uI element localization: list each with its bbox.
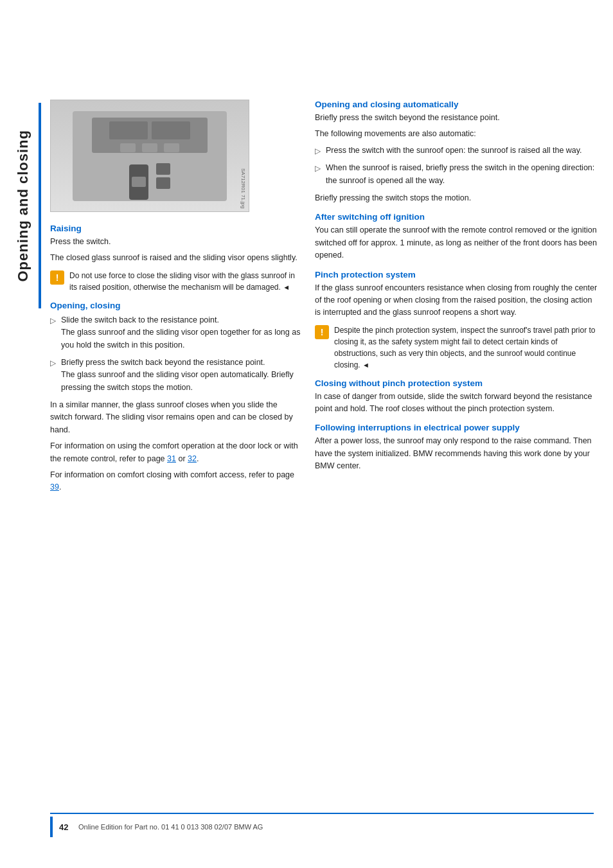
footer-row: 42 Online Edition for Part no. 01 41 0 0… (50, 817, 594, 837)
auto-list: ▷ Press the switch with the sunroof open… (315, 145, 598, 187)
auto-arrow-2: ▷ (315, 163, 321, 175)
raising-text1: Press the switch. (50, 236, 301, 248)
bullet-content-2: Briefly press the switch back beyond the… (61, 357, 301, 394)
opening-closing-list: ▷ Slide the switch back to the resistanc… (50, 314, 301, 394)
warning-icon-2: ! (315, 325, 329, 339)
sunroof-simulation (73, 111, 227, 201)
link-31[interactable]: 31 (167, 454, 176, 463)
auto-heading: Opening and closing automatically (315, 100, 598, 109)
link-32[interactable]: 32 (188, 454, 197, 463)
auto-para3: Briefly pressing the switch stops the mo… (315, 192, 598, 204)
page-container: Opening and closing (0, 0, 613, 868)
pinch-para: If the glass sunroof encounters resistan… (315, 282, 598, 319)
auto-para1: Briefly press the switch beyond the resi… (315, 112, 598, 124)
sidebar-label: Opening and closing (12, 103, 35, 308)
bullet-item-2: ▷ Briefly press the switch back beyond t… (50, 357, 301, 394)
auto-bullet-content-1: Press the switch with the sunroof open: … (326, 145, 598, 157)
sunroof-panel (92, 118, 208, 153)
arrow-2: ▷ (50, 357, 56, 369)
image-inner (51, 100, 249, 211)
footer-text: Online Edition for Part no. 01 41 0 013 … (78, 823, 263, 831)
auto-bullet-2: ▷ When the sunroof is raised, briefly pr… (315, 162, 598, 187)
warning-text-2: Despite the pinch protection system, ins… (334, 324, 598, 371)
footer-divider (50, 813, 594, 814)
arrow-1: ▷ (50, 315, 56, 327)
pinch-heading: Pinch protection system (315, 270, 598, 279)
bullet-item-1: ▷ Slide the switch back to the resistanc… (50, 314, 301, 351)
sidebar-text: Opening and closing (15, 130, 31, 282)
ignition-heading: After switching off ignition (315, 212, 598, 222)
right-column: Opening and closing automatically Briefl… (315, 100, 598, 477)
auto-bullet-content-2: When the sunroof is raised, briefly pres… (326, 162, 598, 187)
footer-blue-bar (50, 817, 53, 837)
image-label: SA712R01 71.jpg (240, 168, 246, 209)
bullet-content-1: Slide the switch back to the resistance … (61, 314, 301, 351)
switch-knob (132, 177, 146, 187)
left-para3: For information on comfort closing with … (50, 469, 301, 494)
auto-bullet-1: ▷ Press the switch with the sunroof open… (315, 145, 598, 157)
warning-box-2: ! Despite the pinch protection system, i… (315, 324, 598, 371)
no-pinch-heading: Closing without pinch protection system (315, 378, 598, 388)
raising-heading: Raising (50, 224, 301, 233)
left-para1: In a similar manner, the glass sunroof c… (50, 399, 301, 436)
sunroof-image: SA712R01 71.jpg (50, 100, 249, 212)
warning-icon-1: ! (50, 270, 64, 285)
link-39[interactable]: 39 (50, 483, 59, 492)
warning-box-1: ! Do not use force to close the sliding … (50, 270, 301, 293)
interruptions-para: After a power loss, the sunroof may only… (315, 435, 598, 472)
warning-text-1: Do not use force to close the sliding vi… (69, 270, 301, 293)
opening-closing-heading: Opening, closing (50, 301, 301, 310)
page-number: 42 (59, 822, 78, 832)
left-column: SA712R01 71.jpg Raising Press the switch… (50, 100, 301, 498)
switch-visual (129, 164, 148, 200)
auto-para2: The following movements are also automat… (315, 128, 598, 140)
interruptions-heading: Following interruptions in electrical po… (315, 423, 598, 432)
auto-arrow-1: ▷ (315, 145, 321, 157)
left-para2: For information on using the comfort ope… (50, 440, 301, 465)
sidebar-accent-bar (39, 103, 41, 308)
ignition-para: You can still operate the sunroof with t… (315, 224, 598, 261)
no-pinch-para: In case of danger from outside, slide th… (315, 391, 598, 416)
footer-container: 42 Online Edition for Part no. 01 41 0 0… (50, 813, 594, 837)
raising-text2: The closed glass sunroof is raised and t… (50, 252, 301, 264)
